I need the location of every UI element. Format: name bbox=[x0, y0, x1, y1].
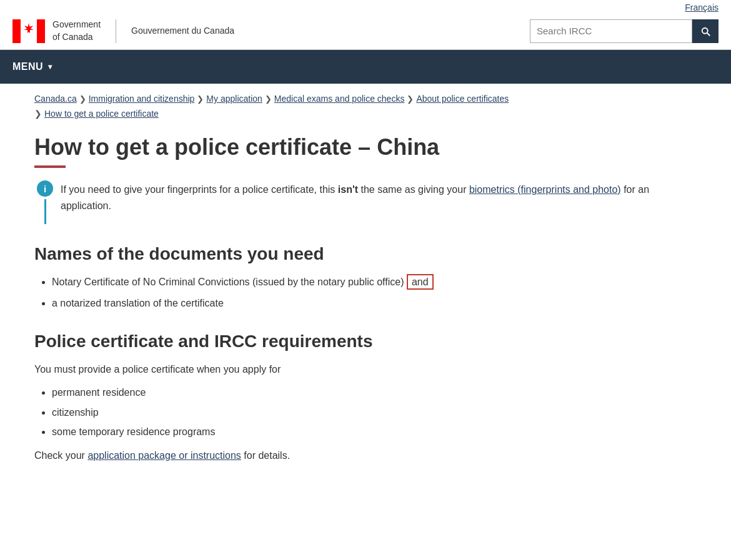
gov-name-fr-line2: du Canada bbox=[192, 26, 235, 36]
documents-list: Notary Certificate of No Criminal Convic… bbox=[52, 274, 697, 311]
doc-item-1-text: Notary Certificate of No Criminal Convic… bbox=[52, 277, 407, 287]
gov-name-divider bbox=[116, 19, 116, 43]
breadcrumb-sep-2: ❯ bbox=[197, 94, 204, 104]
search-area bbox=[530, 19, 719, 43]
list-item: some temporary residence programs bbox=[52, 424, 697, 440]
info-text: If you need to give your fingerprints fo… bbox=[61, 180, 697, 214]
info-icon-col: i bbox=[37, 180, 53, 224]
nav-bar: MENU ▾ bbox=[0, 50, 731, 84]
breadcrumb-sep-1: ❯ bbox=[79, 94, 86, 104]
title-underline bbox=[34, 165, 66, 168]
requirements-list: permanent residence citizenship some tem… bbox=[52, 385, 697, 440]
doc-item-2-text: a notarized translation of the certifica… bbox=[52, 298, 224, 308]
search-icon bbox=[700, 26, 711, 37]
header-main: Government of Canada Gouvernement du Can… bbox=[0, 12, 731, 50]
logo-area: Government of Canada Gouvernement du Can… bbox=[12, 19, 234, 43]
breadcrumb-sep-5: ❯ bbox=[34, 109, 42, 119]
info-text-bold: isn't bbox=[338, 184, 358, 195]
application-package-link[interactable]: application package or instructions bbox=[87, 450, 241, 461]
info-bar bbox=[44, 199, 46, 224]
breadcrumb-medical-exams[interactable]: Medical exams and police checks bbox=[274, 94, 405, 104]
gov-name-en-line2: of Canada bbox=[52, 31, 101, 44]
breadcrumb-my-application[interactable]: My application bbox=[206, 94, 262, 104]
breadcrumb: Canada.ca ❯ Immigration and citizenship … bbox=[34, 94, 697, 104]
government-name-fr: Gouvernement du Canada bbox=[131, 25, 234, 37]
info-box: i If you need to give your fingerprints … bbox=[34, 180, 697, 224]
list-item: Notary Certificate of No Criminal Convic… bbox=[52, 274, 697, 290]
menu-label: MENU bbox=[12, 61, 43, 72]
annotated-and: and bbox=[407, 274, 434, 290]
menu-button[interactable]: MENU ▾ bbox=[12, 50, 52, 84]
svg-rect-1 bbox=[37, 19, 45, 43]
documents-section-title: Names of the documents you need bbox=[34, 244, 697, 264]
check-text-before: Check your bbox=[34, 450, 87, 461]
canada-flag bbox=[12, 19, 45, 43]
info-text-2: the same as giving your bbox=[358, 184, 469, 195]
breadcrumb-canada[interactable]: Canada.ca bbox=[34, 94, 77, 104]
search-input[interactable] bbox=[530, 19, 692, 43]
biometrics-link[interactable]: biometrics (fingerprints and photo) bbox=[469, 184, 621, 195]
government-name: Government of Canada bbox=[52, 19, 101, 43]
info-text-1: If you need to give your fingerprints fo… bbox=[61, 184, 338, 195]
breadcrumb-sep-3: ❯ bbox=[265, 94, 272, 104]
breadcrumb-immigration[interactable]: Immigration and citizenship bbox=[89, 94, 195, 104]
list-item: citizenship bbox=[52, 405, 697, 421]
list-item: a notarized translation of the certifica… bbox=[52, 295, 697, 312]
requirements-intro: You must provide a police certificate wh… bbox=[34, 361, 697, 378]
page-title: How to get a police certificate – China bbox=[34, 134, 697, 160]
gov-name-fr-line1: Gouvernement bbox=[131, 26, 189, 36]
content-area: Canada.ca ❯ Immigration and citizenship … bbox=[22, 84, 709, 496]
check-text: Check your application package or instru… bbox=[34, 448, 697, 464]
requirements-section-title: Police certificate and IRCC requirements bbox=[34, 332, 697, 351]
list-item: permanent residence bbox=[52, 385, 697, 401]
search-button[interactable] bbox=[692, 19, 719, 43]
svg-rect-0 bbox=[12, 19, 21, 43]
header-top: Français bbox=[0, 0, 731, 12]
breadcrumb-how-to[interactable]: How to get a police certificate bbox=[44, 109, 159, 119]
gov-name-en-line1: Government bbox=[52, 19, 101, 31]
language-toggle-link[interactable]: Français bbox=[685, 2, 719, 12]
breadcrumb-about-police[interactable]: About police certificates bbox=[416, 94, 509, 104]
info-icon: i bbox=[37, 180, 53, 197]
police-cert-section: You must provide a police certificate wh… bbox=[34, 361, 697, 464]
chevron-down-icon: ▾ bbox=[48, 62, 52, 71]
breadcrumb-sep-4: ❯ bbox=[407, 94, 414, 104]
breadcrumb-second: ❯ How to get a police certificate bbox=[34, 109, 697, 119]
check-text-after: for details. bbox=[241, 450, 290, 461]
